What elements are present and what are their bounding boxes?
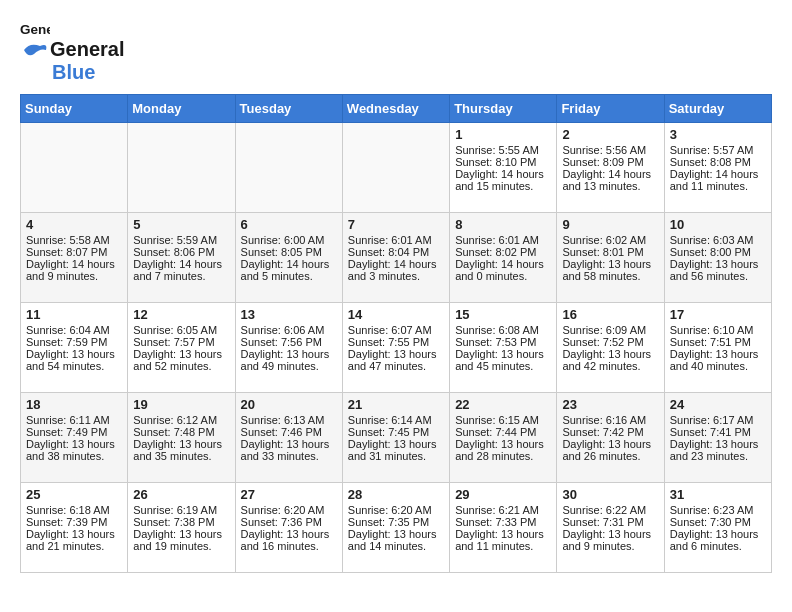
day-content: Sunset: 7:33 PM [455, 516, 551, 528]
calendar-cell: 26Sunrise: 6:19 AMSunset: 7:38 PMDayligh… [128, 483, 235, 573]
day-content: Daylight: 14 hours [241, 258, 337, 270]
calendar-cell: 5Sunrise: 5:59 AMSunset: 8:06 PMDaylight… [128, 213, 235, 303]
day-content: and 38 minutes. [26, 450, 122, 462]
day-content: Daylight: 14 hours [670, 168, 766, 180]
day-content: Daylight: 13 hours [562, 438, 658, 450]
day-content: and 42 minutes. [562, 360, 658, 372]
calendar-cell: 12Sunrise: 6:05 AMSunset: 7:57 PMDayligh… [128, 303, 235, 393]
day-content: and 56 minutes. [670, 270, 766, 282]
day-content: Sunrise: 6:20 AM [241, 504, 337, 516]
day-content: Sunset: 8:02 PM [455, 246, 551, 258]
day-content: Daylight: 13 hours [348, 528, 444, 540]
day-content: and 3 minutes. [348, 270, 444, 282]
logo-text-blue: Blue [52, 61, 95, 84]
day-number: 14 [348, 307, 444, 322]
calendar-cell: 15Sunrise: 6:08 AMSunset: 7:53 PMDayligh… [450, 303, 557, 393]
day-number: 5 [133, 217, 229, 232]
day-content: Sunrise: 6:09 AM [562, 324, 658, 336]
day-content: Sunset: 7:51 PM [670, 336, 766, 348]
day-content: Sunset: 7:48 PM [133, 426, 229, 438]
svg-text:General: General [20, 22, 50, 37]
day-content: and 7 minutes. [133, 270, 229, 282]
day-content: Daylight: 13 hours [455, 348, 551, 360]
calendar-cell: 16Sunrise: 6:09 AMSunset: 7:52 PMDayligh… [557, 303, 664, 393]
day-content: Sunset: 7:31 PM [562, 516, 658, 528]
day-content: Sunset: 8:05 PM [241, 246, 337, 258]
day-number: 1 [455, 127, 551, 142]
day-content: Daylight: 13 hours [670, 438, 766, 450]
day-header-tuesday: Tuesday [235, 95, 342, 123]
calendar-cell: 6Sunrise: 6:00 AMSunset: 8:05 PMDaylight… [235, 213, 342, 303]
day-content: Daylight: 13 hours [26, 438, 122, 450]
day-content: Daylight: 14 hours [562, 168, 658, 180]
day-content: Daylight: 13 hours [562, 258, 658, 270]
calendar-cell: 29Sunrise: 6:21 AMSunset: 7:33 PMDayligh… [450, 483, 557, 573]
calendar-cell: 22Sunrise: 6:15 AMSunset: 7:44 PMDayligh… [450, 393, 557, 483]
calendar-cell: 2Sunrise: 5:56 AMSunset: 8:09 PMDaylight… [557, 123, 664, 213]
day-content: Sunrise: 6:05 AM [133, 324, 229, 336]
calendar-week-row: 18Sunrise: 6:11 AMSunset: 7:49 PMDayligh… [21, 393, 772, 483]
day-content: Sunset: 7:36 PM [241, 516, 337, 528]
day-content: Sunrise: 6:19 AM [133, 504, 229, 516]
day-header-sunday: Sunday [21, 95, 128, 123]
day-content: Daylight: 13 hours [241, 438, 337, 450]
day-content: Sunrise: 6:20 AM [348, 504, 444, 516]
logo-icon-bird [20, 40, 48, 60]
day-content: Daylight: 14 hours [455, 258, 551, 270]
calendar-cell: 3Sunrise: 5:57 AMSunset: 8:08 PMDaylight… [664, 123, 771, 213]
day-content: Sunset: 7:46 PM [241, 426, 337, 438]
day-number: 7 [348, 217, 444, 232]
day-content: and 9 minutes. [26, 270, 122, 282]
day-content: Daylight: 13 hours [241, 528, 337, 540]
day-number: 4 [26, 217, 122, 232]
day-content: Sunset: 7:44 PM [455, 426, 551, 438]
day-number: 11 [26, 307, 122, 322]
day-content: Sunset: 7:56 PM [241, 336, 337, 348]
day-content: and 31 minutes. [348, 450, 444, 462]
calendar-cell [21, 123, 128, 213]
day-content: Sunrise: 6:00 AM [241, 234, 337, 246]
day-content: and 16 minutes. [241, 540, 337, 552]
day-content: and 6 minutes. [670, 540, 766, 552]
day-content: Sunset: 7:39 PM [26, 516, 122, 528]
day-content: Sunset: 8:04 PM [348, 246, 444, 258]
day-content: Sunset: 7:45 PM [348, 426, 444, 438]
day-content: Sunrise: 6:03 AM [670, 234, 766, 246]
calendar-cell: 28Sunrise: 6:20 AMSunset: 7:35 PMDayligh… [342, 483, 449, 573]
day-content: and 49 minutes. [241, 360, 337, 372]
day-number: 19 [133, 397, 229, 412]
day-content: Sunrise: 5:55 AM [455, 144, 551, 156]
day-number: 9 [562, 217, 658, 232]
calendar-week-row: 25Sunrise: 6:18 AMSunset: 7:39 PMDayligh… [21, 483, 772, 573]
day-content: and 14 minutes. [348, 540, 444, 552]
calendar-cell: 27Sunrise: 6:20 AMSunset: 7:36 PMDayligh… [235, 483, 342, 573]
day-number: 31 [670, 487, 766, 502]
day-content: Sunrise: 5:58 AM [26, 234, 122, 246]
day-content: Sunset: 7:52 PM [562, 336, 658, 348]
day-content: Daylight: 13 hours [348, 438, 444, 450]
day-content: Sunset: 7:59 PM [26, 336, 122, 348]
day-content: and 35 minutes. [133, 450, 229, 462]
calendar-cell: 30Sunrise: 6:22 AMSunset: 7:31 PMDayligh… [557, 483, 664, 573]
day-number: 25 [26, 487, 122, 502]
day-content: Sunrise: 6:15 AM [455, 414, 551, 426]
day-content: Daylight: 13 hours [241, 348, 337, 360]
day-content: Daylight: 13 hours [455, 528, 551, 540]
day-content: Daylight: 13 hours [26, 348, 122, 360]
day-content: Sunrise: 6:16 AM [562, 414, 658, 426]
calendar-cell [342, 123, 449, 213]
calendar-cell: 19Sunrise: 6:12 AMSunset: 7:48 PMDayligh… [128, 393, 235, 483]
calendar-cell: 18Sunrise: 6:11 AMSunset: 7:49 PMDayligh… [21, 393, 128, 483]
day-content: Daylight: 14 hours [26, 258, 122, 270]
day-number: 17 [670, 307, 766, 322]
day-number: 26 [133, 487, 229, 502]
day-content: Sunset: 7:53 PM [455, 336, 551, 348]
day-number: 12 [133, 307, 229, 322]
calendar-cell: 21Sunrise: 6:14 AMSunset: 7:45 PMDayligh… [342, 393, 449, 483]
calendar-cell: 31Sunrise: 6:23 AMSunset: 7:30 PMDayligh… [664, 483, 771, 573]
calendar-cell: 25Sunrise: 6:18 AMSunset: 7:39 PMDayligh… [21, 483, 128, 573]
day-content: Sunrise: 6:07 AM [348, 324, 444, 336]
calendar-table: SundayMondayTuesdayWednesdayThursdayFrid… [20, 94, 772, 573]
day-content: and 0 minutes. [455, 270, 551, 282]
day-number: 28 [348, 487, 444, 502]
